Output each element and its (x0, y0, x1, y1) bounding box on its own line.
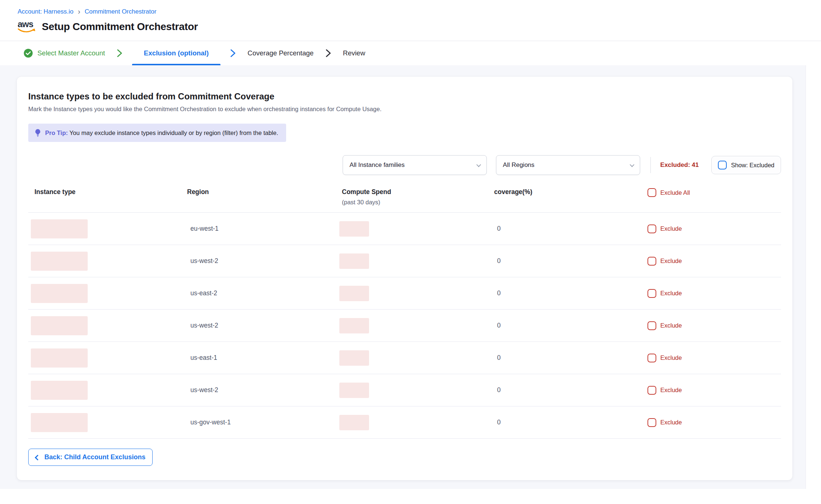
pro-tip-banner: Pro Tip: You may exclude instance types … (28, 124, 286, 142)
content-area: Instance types to be excluded from Commi… (0, 65, 806, 489)
exclude-row-toggle[interactable]: Exclude (647, 321, 781, 330)
exclude-checkbox[interactable] (647, 289, 656, 298)
table-row: us-west-2 0 Exclude (28, 374, 781, 406)
breadcrumb-separator-icon: › (78, 8, 80, 15)
chevron-right-icon (325, 41, 331, 65)
redacted-instance-type (31, 413, 88, 432)
redacted-compute-spend (339, 286, 369, 301)
app-header: Account: Harness.io › Commitment Orchest… (0, 0, 821, 41)
exclusion-table: Instance type Region Compute Spend (past… (28, 188, 781, 439)
lightbulb-icon (34, 129, 41, 137)
exclude-all-label: Exclude All (660, 189, 690, 196)
chevron-down-icon (630, 162, 634, 167)
exclusion-panel: Instance types to be excluded from Commi… (17, 77, 792, 480)
region-cell: eu-west-1 (185, 225, 339, 233)
redacted-instance-type (31, 316, 88, 335)
region-cell: us-east-2 (185, 289, 339, 297)
show-excluded-label: Show: Excluded (731, 162, 774, 169)
regions-dropdown[interactable]: All Regions (496, 155, 640, 175)
redacted-compute-spend (339, 415, 369, 430)
table-row: us-east-2 0 Exclude (28, 277, 781, 310)
exclude-label: Exclude (660, 387, 682, 394)
redacted-instance-type (31, 381, 88, 400)
redacted-compute-spend (339, 318, 369, 333)
chevron-right-icon (230, 41, 236, 65)
stepper-step-review[interactable]: Review (341, 41, 368, 65)
coverage-cell: 0 (494, 354, 647, 362)
chevron-left-icon (35, 454, 41, 460)
redacted-instance-type (31, 348, 88, 368)
exclude-all-checkbox[interactable] (647, 188, 656, 197)
exclude-checkbox[interactable] (647, 224, 656, 233)
chevron-right-icon (117, 41, 123, 65)
instance-families-dropdown[interactable]: All Instance families (343, 155, 487, 175)
show-excluded-toggle[interactable]: Show: Excluded (711, 156, 781, 174)
title-row: aws Setup Commitment Orchestrator (18, 20, 821, 34)
back-button[interactable]: Back: Child Account Exclusions (28, 449, 153, 466)
excluded-count: Excluded: 41 (660, 161, 699, 169)
pro-tip-label: Pro Tip: (45, 129, 68, 136)
exclude-checkbox[interactable] (647, 418, 656, 427)
exclude-row-toggle[interactable]: Exclude (647, 257, 781, 266)
stepper-step-label: Review (343, 49, 365, 57)
stepper-step-exclusion[interactable]: Exclusion (optional) (132, 41, 220, 65)
redacted-compute-spend (339, 253, 369, 269)
column-header-region: Region (185, 188, 339, 196)
instance-families-dropdown-value: All Instance families (350, 161, 405, 169)
exclude-row-toggle[interactable]: Exclude (647, 354, 781, 362)
region-cell: us-west-2 (185, 386, 339, 394)
coverage-cell: 0 (494, 386, 647, 394)
aws-logo-text: aws (18, 19, 33, 29)
stepper-step-coverage-percentage[interactable]: Coverage Percentage (245, 41, 316, 65)
check-circle-icon (23, 48, 33, 58)
table-row: us-west-2 0 Exclude (28, 245, 781, 277)
stepper-step-select-master-account[interactable]: Select Master Account (21, 41, 107, 65)
redacted-compute-spend (339, 221, 369, 237)
redacted-instance-type (31, 284, 88, 303)
table-row: us-east-1 0 Exclude (28, 342, 781, 374)
show-excluded-checkbox[interactable] (718, 161, 727, 169)
stepper-step-label: Exclusion (optional) (144, 49, 209, 57)
table-row: us-gov-west-1 0 Exclude (28, 406, 781, 439)
redacted-instance-type (31, 219, 88, 238)
exclude-label: Exclude (660, 419, 682, 426)
exclude-row-toggle[interactable]: Exclude (647, 224, 781, 233)
aws-smile-icon (18, 28, 36, 34)
exclude-label: Exclude (660, 225, 682, 232)
table-row: us-west-2 0 Exclude (28, 310, 781, 342)
exclude-row-toggle[interactable]: Exclude (647, 289, 781, 298)
vertical-divider (650, 157, 651, 173)
exclude-checkbox[interactable] (647, 354, 656, 362)
table-row: eu-west-1 0 Exclude (28, 213, 781, 245)
redacted-compute-spend (339, 383, 369, 398)
pro-tip-text: You may exclude instance types individua… (69, 129, 278, 136)
column-header-compute-spend: Compute Spend (past 30 days) (339, 188, 494, 206)
redacted-compute-spend (339, 350, 369, 366)
exclude-label: Exclude (660, 322, 682, 329)
exclude-label: Exclude (660, 354, 682, 361)
aws-logo-icon: aws (18, 20, 36, 34)
breadcrumb-account-link[interactable]: Account: Harness.io (18, 8, 73, 15)
region-cell: us-west-2 (185, 322, 339, 329)
exclude-label: Exclude (660, 290, 682, 297)
exclude-row-toggle[interactable]: Exclude (647, 418, 781, 427)
stepper-step-label: Select Master Account (37, 49, 105, 57)
exclude-row-toggle[interactable]: Exclude (647, 386, 781, 395)
page-title: Setup Commitment Orchestrator (42, 21, 198, 33)
coverage-cell: 0 (494, 322, 647, 329)
exclude-checkbox[interactable] (647, 321, 656, 330)
chevron-down-icon (476, 162, 481, 167)
region-cell: us-west-2 (185, 257, 339, 265)
wizard-stepper: Select Master Account Exclusion (optiona… (0, 41, 821, 65)
breadcrumb-page-link[interactable]: Commitment Orchestrator (85, 8, 157, 15)
exclude-label: Exclude (660, 258, 682, 264)
panel-title: Instance types to be excluded from Commi… (28, 91, 781, 102)
exclude-checkbox[interactable] (647, 257, 656, 266)
redacted-instance-type (31, 252, 88, 271)
column-header-coverage: coverage(%) (494, 188, 647, 196)
exclude-all-toggle[interactable]: Exclude All (647, 188, 781, 197)
exclude-checkbox[interactable] (647, 386, 656, 395)
coverage-cell: 0 (494, 419, 647, 426)
panel-subtitle: Mark the Instance types you would like t… (28, 106, 781, 113)
column-header-compute-spend-sub: (past 30 days) (342, 199, 494, 206)
